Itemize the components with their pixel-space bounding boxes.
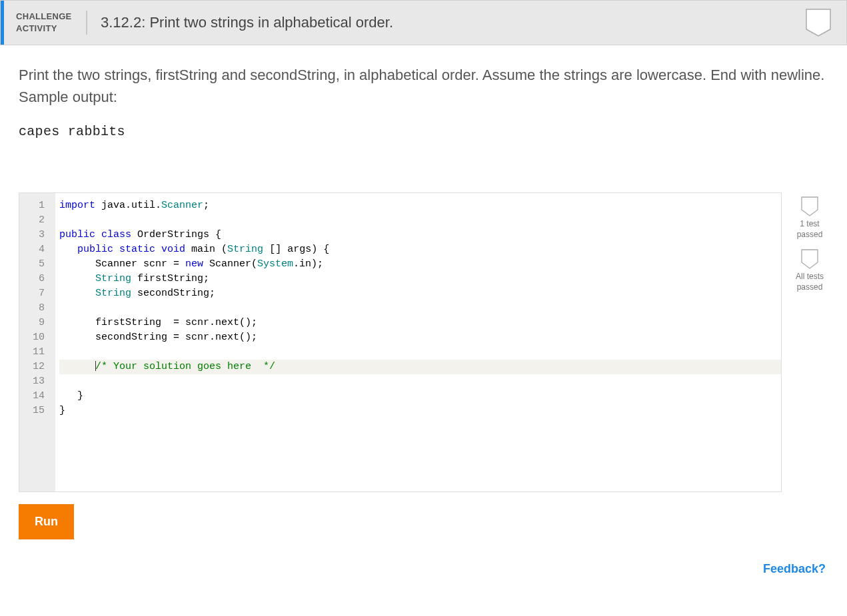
completion-shield-icon bbox=[805, 8, 832, 37]
line-number: 6 bbox=[19, 272, 50, 286]
content-area: Print the two strings, firstString and s… bbox=[0, 45, 847, 492]
line-number: 7 bbox=[19, 286, 50, 301]
feedback-row: Feedback? bbox=[0, 539, 847, 576]
code-editor[interactable]: 123456789101112131415 import java.util.S… bbox=[19, 192, 782, 492]
line-number: 3 bbox=[19, 228, 50, 242]
line-number: 2 bbox=[19, 213, 50, 228]
line-number: 10 bbox=[19, 330, 50, 345]
activity-container: CHALLENGE ACTIVITY 3.12.2: Print two str… bbox=[0, 0, 847, 576]
code-line[interactable]: firstString = scnr.next(); bbox=[59, 316, 781, 330]
line-number: 13 bbox=[19, 374, 50, 389]
label-line1: CHALLENGE bbox=[16, 11, 74, 23]
status-all-tests: All tests passed bbox=[791, 249, 828, 292]
code-line[interactable]: /* Your solution goes here */ bbox=[59, 360, 781, 374]
line-number: 1 bbox=[19, 198, 50, 213]
line-gutter: 123456789101112131415 bbox=[19, 193, 55, 491]
feedback-link[interactable]: Feedback? bbox=[763, 562, 826, 575]
code-line[interactable]: public static void main (String [] args)… bbox=[59, 242, 781, 257]
activity-type-label: CHALLENGE ACTIVITY bbox=[4, 11, 87, 35]
line-number: 12 bbox=[19, 360, 50, 374]
test-status-column: 1 test passed All tests passed bbox=[791, 192, 828, 302]
shield-icon bbox=[801, 196, 818, 216]
code-line[interactable]: secondString = scnr.next(); bbox=[59, 330, 781, 345]
activity-title: 3.12.2: Print two strings in alphabetica… bbox=[87, 14, 805, 31]
code-line[interactable]: String secondString; bbox=[59, 286, 781, 301]
code-line[interactable] bbox=[59, 213, 781, 228]
code-line[interactable] bbox=[59, 301, 781, 316]
code-line[interactable]: String firstString; bbox=[59, 272, 781, 286]
editor-section: 123456789101112131415 import java.util.S… bbox=[19, 192, 828, 492]
label-line2: ACTIVITY bbox=[16, 23, 74, 35]
sample-output: capes rabbits bbox=[19, 124, 828, 139]
status-one-test: 1 test passed bbox=[791, 196, 828, 240]
shield-icon bbox=[801, 249, 818, 269]
status-text: All tests passed bbox=[791, 272, 828, 292]
code-line[interactable]: public class OrderStrings { bbox=[59, 228, 781, 242]
line-number: 4 bbox=[19, 242, 50, 257]
line-number: 5 bbox=[19, 257, 50, 272]
line-number: 15 bbox=[19, 404, 50, 418]
code-line[interactable]: Scanner scnr = new Scanner(System.in); bbox=[59, 257, 781, 272]
run-row: Run bbox=[0, 492, 847, 539]
line-number: 9 bbox=[19, 316, 50, 330]
line-number: 8 bbox=[19, 301, 50, 316]
code-line[interactable]: } bbox=[59, 404, 781, 418]
challenge-header: CHALLENGE ACTIVITY 3.12.2: Print two str… bbox=[0, 0, 847, 45]
code-line[interactable] bbox=[59, 374, 781, 389]
line-number: 14 bbox=[19, 389, 50, 404]
description-text: Print the two strings, firstString and s… bbox=[19, 64, 828, 108]
line-number: 11 bbox=[19, 345, 50, 360]
code-body[interactable]: import java.util.Scanner;public class Or… bbox=[55, 193, 781, 491]
code-line[interactable]: } bbox=[59, 389, 781, 404]
code-line[interactable]: import java.util.Scanner; bbox=[59, 198, 781, 213]
run-button[interactable]: Run bbox=[19, 504, 74, 539]
code-line[interactable] bbox=[59, 345, 781, 360]
status-text: 1 test passed bbox=[791, 219, 828, 240]
